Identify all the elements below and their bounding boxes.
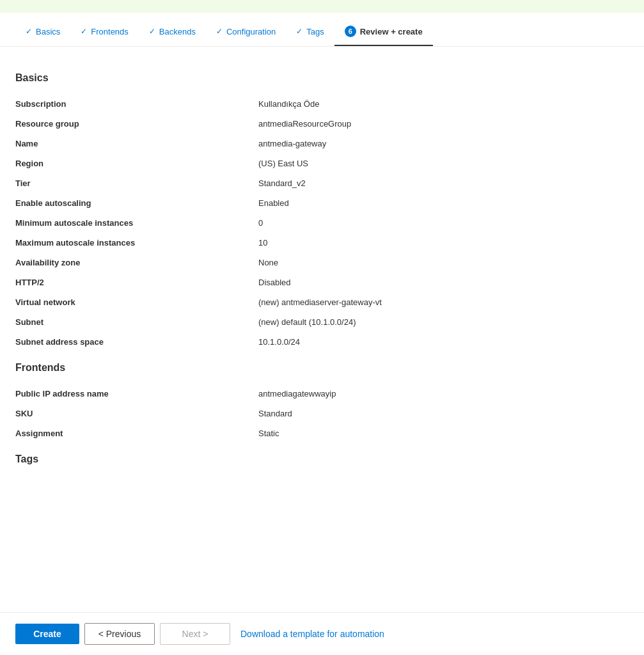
- field-sku: SKU Standard: [15, 404, 629, 423]
- tags-section: Tags: [15, 454, 629, 465]
- field-http2: HTTP/2 Disabled: [15, 272, 629, 292]
- tab-backends-label: Backends: [159, 27, 196, 36]
- value-tier: Standard_v2: [258, 178, 306, 188]
- frontends-section: Frontends Public IP address name antmedi…: [15, 362, 629, 443]
- tab-configuration[interactable]: ✓ Configuration: [206, 19, 286, 45]
- create-button[interactable]: Create: [15, 624, 79, 644]
- field-resource-group: Resource group antmediaResourceGroup: [15, 114, 629, 134]
- check-icon-frontends: ✓: [81, 27, 87, 36]
- field-name: Name antmedia-gateway: [15, 134, 629, 154]
- label-tier: Tier: [15, 178, 258, 188]
- label-subnet-address-space: Subnet address space: [15, 337, 258, 347]
- check-icon-tags: ✓: [296, 27, 302, 36]
- tab-tags[interactable]: ✓ Tags: [286, 19, 334, 45]
- previous-button[interactable]: < Previous: [84, 623, 155, 645]
- tab-tags-label: Tags: [306, 27, 324, 36]
- badge-review-create: 6: [345, 26, 356, 37]
- label-subnet: Subnet: [15, 317, 258, 327]
- tab-backends[interactable]: ✓ Backends: [139, 19, 206, 45]
- wizard-tabs: ✓ Basics ✓ Frontends ✓ Backends ✓ Config…: [0, 18, 644, 47]
- tab-frontends-label: Frontends: [91, 27, 129, 36]
- label-sku: SKU: [15, 409, 258, 418]
- label-name: Name: [15, 139, 258, 148]
- tab-basics-label: Basics: [36, 27, 60, 36]
- value-availability-zone: None: [258, 258, 278, 267]
- value-sku: Standard: [258, 409, 292, 418]
- basics-section: Basics Subscription Kullandıkça Öde Reso…: [15, 72, 629, 352]
- tab-frontends[interactable]: ✓ Frontends: [70, 19, 139, 45]
- tab-basics[interactable]: ✓ Basics: [15, 19, 70, 45]
- value-http2: Disabled: [258, 278, 291, 287]
- label-public-ip: Public IP address name: [15, 389, 258, 399]
- footer: Create < Previous Next > Download a temp…: [0, 612, 644, 655]
- check-icon-basics: ✓: [26, 27, 32, 36]
- label-region: Region: [15, 159, 258, 168]
- field-availability-zone: Availability zone None: [15, 253, 629, 272]
- label-enable-autoscaling: Enable autoscaling: [15, 198, 258, 208]
- tags-title: Tags: [15, 454, 629, 465]
- field-max-autoscale: Maximum autoscale instances 10: [15, 233, 629, 253]
- basics-title: Basics: [15, 72, 629, 84]
- value-max-autoscale: 10: [258, 238, 267, 248]
- automation-link[interactable]: Download a template for automation: [240, 629, 384, 639]
- next-button: Next >: [160, 623, 230, 645]
- field-subnet: Subnet (new) default (10.1.0.0/24): [15, 312, 629, 332]
- label-max-autoscale: Maximum autoscale instances: [15, 238, 258, 248]
- value-region: (US) East US: [258, 159, 308, 168]
- field-region: Region (US) East US: [15, 154, 629, 173]
- field-enable-autoscaling: Enable autoscaling Enabled: [15, 193, 629, 213]
- tab-review-create[interactable]: 6 Review + create: [334, 18, 433, 46]
- field-virtual-network: Virtual network (new) antmediaserver-gat…: [15, 292, 629, 312]
- value-assignment: Static: [258, 429, 279, 438]
- value-subnet: (new) default (10.1.0.0/24): [258, 317, 356, 327]
- tab-configuration-label: Configuration: [226, 27, 276, 36]
- value-min-autoscale: 0: [258, 218, 263, 228]
- label-availability-zone: Availability zone: [15, 258, 258, 267]
- field-subnet-address-space: Subnet address space 10.1.0.0/24: [15, 332, 629, 352]
- value-resource-group: antmediaResourceGroup: [258, 119, 351, 129]
- value-public-ip: antmediagatewwayip: [258, 389, 336, 399]
- field-public-ip: Public IP address name antmediagatewwayi…: [15, 384, 629, 404]
- field-min-autoscale: Minimum autoscale instances 0: [15, 213, 629, 233]
- check-icon-backends: ✓: [149, 27, 155, 36]
- label-http2: HTTP/2: [15, 278, 258, 287]
- value-name: antmedia-gateway: [258, 139, 326, 148]
- field-assignment: Assignment Static: [15, 423, 629, 443]
- tab-review-create-label: Review + create: [360, 27, 423, 36]
- top-bar: [0, 0, 644, 13]
- label-subscription: Subscription: [15, 99, 258, 109]
- frontends-title: Frontends: [15, 362, 629, 374]
- main-content: Basics Subscription Kullandıkça Öde Reso…: [0, 47, 644, 526]
- value-enable-autoscaling: Enabled: [258, 198, 289, 208]
- value-subnet-address-space: 10.1.0.0/24: [258, 337, 300, 347]
- label-min-autoscale: Minimum autoscale instances: [15, 218, 258, 228]
- label-virtual-network: Virtual network: [15, 297, 258, 307]
- value-virtual-network: (new) antmediaserver-gateway-vt: [258, 297, 382, 307]
- label-resource-group: Resource group: [15, 119, 258, 129]
- check-icon-configuration: ✓: [216, 27, 223, 36]
- label-assignment: Assignment: [15, 429, 258, 438]
- field-tier: Tier Standard_v2: [15, 173, 629, 193]
- field-subscription: Subscription Kullandıkça Öde: [15, 94, 629, 114]
- value-subscription: Kullandıkça Öde: [258, 99, 319, 109]
